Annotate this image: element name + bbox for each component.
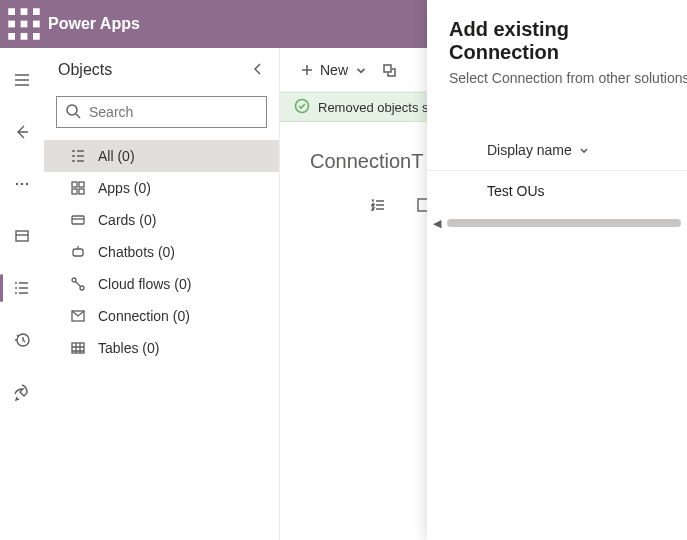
objects-panel-header: Objects bbox=[44, 48, 279, 92]
tables-icon bbox=[70, 340, 86, 356]
left-rail bbox=[0, 48, 44, 540]
column-header-label: Display name bbox=[487, 142, 572, 158]
svg-rect-7 bbox=[21, 33, 28, 40]
svg-point-9 bbox=[16, 183, 18, 185]
connection-item-name: Test OUs bbox=[487, 183, 545, 199]
tree-item-label: Tables (0) bbox=[98, 340, 159, 356]
tree-item-label: All (0) bbox=[98, 148, 135, 164]
list-view-button[interactable] bbox=[2, 268, 42, 308]
tree-item-cloud-flows[interactable]: Cloud flows (0) bbox=[44, 268, 279, 300]
tree-item-label: Cards (0) bbox=[98, 212, 156, 228]
scroll-left-arrow[interactable]: ◀ bbox=[433, 217, 441, 230]
tree-item-connection[interactable]: Connection (0) bbox=[44, 300, 279, 332]
new-button-label: New bbox=[320, 62, 348, 78]
hamburger-button[interactable] bbox=[2, 60, 42, 100]
objects-panel: Objects All (0) Apps (0) Cards (0) Chatb… bbox=[44, 48, 280, 540]
history-button[interactable] bbox=[2, 320, 42, 360]
svg-rect-22 bbox=[72, 216, 84, 224]
svg-point-17 bbox=[67, 105, 77, 115]
back-button[interactable] bbox=[2, 112, 42, 152]
svg-rect-0 bbox=[8, 8, 15, 15]
tree-item-label: Cloud flows (0) bbox=[98, 276, 191, 292]
chevron-down-icon bbox=[578, 144, 590, 156]
search-box[interactable] bbox=[56, 96, 267, 128]
card-view-button[interactable] bbox=[2, 216, 42, 256]
numbered-list-icon[interactable] bbox=[370, 197, 386, 216]
add-existing-flyout: Add existing Connection Select Connectio… bbox=[427, 0, 687, 540]
svg-point-14 bbox=[15, 287, 17, 289]
flyout-title: Add existing Connection bbox=[427, 18, 687, 64]
svg-rect-6 bbox=[8, 33, 15, 40]
tree-item-apps[interactable]: Apps (0) bbox=[44, 172, 279, 204]
connection-icon bbox=[70, 308, 86, 324]
svg-rect-21 bbox=[79, 189, 84, 194]
svg-point-24 bbox=[72, 278, 76, 282]
svg-point-11 bbox=[26, 183, 28, 185]
svg-rect-1 bbox=[21, 8, 28, 15]
scroll-track[interactable] bbox=[447, 219, 681, 227]
objects-panel-title: Objects bbox=[58, 61, 112, 79]
all-icon bbox=[70, 148, 86, 164]
svg-rect-8 bbox=[33, 33, 40, 40]
objects-tree: All (0) Apps (0) Cards (0) Chatbots (0) … bbox=[44, 138, 279, 364]
product-name: Power Apps bbox=[48, 15, 140, 33]
search-input[interactable] bbox=[89, 104, 264, 120]
search-icon bbox=[65, 103, 81, 122]
tree-item-label: Connection (0) bbox=[98, 308, 190, 324]
tree-item-label: Apps (0) bbox=[98, 180, 151, 196]
status-text: Removed objects su bbox=[318, 100, 436, 115]
svg-rect-28 bbox=[384, 65, 391, 72]
new-button[interactable]: New bbox=[300, 62, 368, 78]
collapse-panel-button[interactable] bbox=[251, 62, 265, 79]
svg-point-13 bbox=[15, 282, 17, 284]
svg-rect-23 bbox=[73, 249, 83, 256]
apps-icon bbox=[70, 180, 86, 196]
svg-rect-5 bbox=[33, 21, 40, 28]
add-existing-button[interactable] bbox=[382, 63, 396, 77]
waffle-icon[interactable] bbox=[6, 6, 42, 42]
tree-item-all[interactable]: All (0) bbox=[44, 140, 279, 172]
svg-point-10 bbox=[21, 183, 23, 185]
tree-item-tables[interactable]: Tables (0) bbox=[44, 332, 279, 364]
connection-list-item[interactable]: Test OUs bbox=[427, 171, 687, 211]
svg-rect-2 bbox=[33, 8, 40, 15]
column-header-display-name[interactable]: Display name bbox=[427, 142, 687, 171]
chevron-down-icon bbox=[354, 63, 368, 77]
flyout-subtitle: Select Connection from other solutions o bbox=[427, 64, 687, 86]
tree-item-label: Chatbots (0) bbox=[98, 244, 175, 260]
svg-rect-18 bbox=[72, 182, 77, 187]
chatbots-icon bbox=[70, 244, 86, 260]
checkmark-circle-icon bbox=[294, 98, 310, 117]
svg-rect-19 bbox=[79, 182, 84, 187]
tree-item-cards[interactable]: Cards (0) bbox=[44, 204, 279, 236]
svg-rect-20 bbox=[72, 189, 77, 194]
svg-point-25 bbox=[80, 286, 84, 290]
rocket-button[interactable] bbox=[2, 372, 42, 412]
cards-icon bbox=[70, 212, 86, 228]
svg-rect-4 bbox=[21, 21, 28, 28]
tree-item-chatbots[interactable]: Chatbots (0) bbox=[44, 236, 279, 268]
svg-rect-12 bbox=[16, 231, 28, 241]
more-button[interactable] bbox=[2, 164, 42, 204]
svg-rect-3 bbox=[8, 21, 15, 28]
horizontal-scrollbar[interactable]: ◀ bbox=[427, 216, 687, 230]
svg-point-15 bbox=[15, 292, 17, 294]
flows-icon bbox=[70, 276, 86, 292]
